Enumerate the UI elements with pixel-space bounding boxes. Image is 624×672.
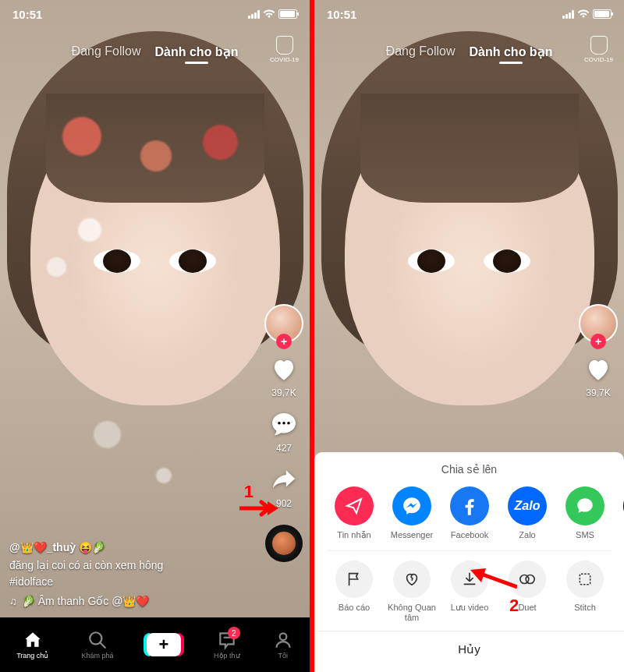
inbox-badge: 2 — [228, 627, 240, 639]
plus-icon: + — [147, 633, 181, 656]
share-label: Tin nhắn — [337, 530, 370, 540]
share-label: Lưu video — [451, 603, 489, 613]
battery-icon — [593, 9, 612, 19]
feed-tabs: Đang Follow Dành cho bạn — [0, 36, 310, 67]
facebook-icon — [450, 486, 489, 525]
share-label: Messenger — [391, 530, 433, 540]
covid-badge[interactable]: COVID-19 — [584, 36, 613, 63]
nav-me[interactable]: Tôi — [273, 630, 293, 660]
share-opt-zalo[interactable]: Zalo Zalo — [498, 486, 556, 540]
share-label: Báo cáo — [339, 603, 370, 613]
tab-following[interactable]: Đang Follow — [386, 44, 456, 58]
caption-hashtag[interactable]: #idolface — [9, 574, 247, 590]
status-indicators — [248, 9, 297, 19]
share-actions-row[interactable]: Báo cáo Không Quan tâm Lưu video Duet — [314, 561, 624, 623]
like-count: 39,7K — [586, 387, 610, 398]
search-icon — [87, 630, 108, 650]
share-opt-messenger[interactable]: Messenger — [383, 486, 441, 540]
follow-plus-icon[interactable]: + — [276, 334, 292, 349]
svg-point-1 — [282, 422, 285, 425]
annotation-number-2: 2 — [509, 596, 519, 616]
shield-icon — [590, 36, 608, 55]
messenger-icon — [392, 486, 431, 525]
like-count: 39,7K — [271, 387, 296, 398]
share-icon — [268, 465, 300, 496]
action-column: + 39,7K 427 902 — [264, 304, 303, 562]
bottom-nav: Trang chủ Khám phá + 2 Hộp thư Tôi — [0, 617, 310, 672]
sound-disc[interactable] — [265, 525, 303, 562]
screen-left: 10:51 Đang Follow Dành cho bạn COVID-19 … — [0, 0, 310, 672]
share-opt-sms[interactable]: SMS — [556, 486, 614, 540]
share-apps-row[interactable]: Tin nhắn Messenger Facebook Zalo Zalo — [314, 486, 624, 540]
svg-point-6 — [280, 633, 287, 640]
stitch-icon — [566, 561, 604, 598]
profile-icon — [273, 630, 293, 650]
covid-label: COVID-19 — [584, 56, 613, 63]
tab-following[interactable]: Đang Follow — [72, 44, 141, 58]
nav-home-label: Trang chủ — [16, 652, 48, 660]
comment-count: 427 — [276, 443, 292, 454]
like-button[interactable]: 39,7K — [268, 354, 300, 398]
annotation-arrow-2 — [470, 568, 517, 590]
screen-right: 10:51 Đang Follow Dành cho bạn COVID-19 … — [314, 0, 624, 672]
wifi-icon — [577, 9, 590, 19]
feed-tabs: Đang Follow Dành cho bạn — [314, 36, 624, 67]
nav-me-label: Tôi — [278, 652, 289, 660]
tab-foryou[interactable]: Dành cho bạn — [470, 44, 553, 59]
tab-foryou[interactable]: Dành cho bạn — [155, 44, 239, 59]
caption-sound[interactable]: ♫ 🥬 Âm thanh Gốc @👑❤️ — [9, 593, 247, 610]
svg-point-0 — [278, 422, 281, 425]
home-icon — [23, 630, 43, 650]
flag-icon — [335, 561, 373, 598]
shield-icon — [276, 36, 293, 55]
svg-point-2 — [287, 422, 290, 425]
share-opt-facebook[interactable]: Facebook — [441, 486, 498, 540]
covid-badge[interactable]: COVID-19 — [270, 36, 299, 63]
nav-discover[interactable]: Khám phá — [82, 630, 114, 660]
svg-point-8 — [526, 575, 534, 583]
comment-icon — [268, 409, 300, 440]
share-act-report[interactable]: Báo cáo — [325, 561, 383, 623]
share-act-notinterested[interactable]: Không Quan tâm — [383, 561, 441, 623]
status-time: 10:51 — [327, 8, 356, 21]
caption-text: đăng lại coi có ai còn xem hông — [9, 557, 247, 574]
share-label: Không Quan tâm — [383, 603, 441, 623]
signal-icon — [562, 10, 574, 19]
nav-discover-label: Khám phá — [82, 652, 114, 660]
share-sheet: Chia sẻ lên Tin nhắn Messenger Facebook — [314, 452, 624, 672]
status-indicators — [562, 9, 612, 19]
music-note-icon: ♫ — [9, 594, 17, 610]
nav-inbox[interactable]: 2 Hộp thư — [214, 630, 240, 660]
share-label: Zalo — [519, 530, 535, 540]
wifi-icon — [263, 9, 275, 19]
share-label: Stitch — [574, 603, 596, 613]
comment-button[interactable]: 427 — [268, 409, 300, 454]
share-opt-tinnhan[interactable]: Tin nhắn — [325, 486, 383, 540]
nav-home[interactable]: Trang chủ — [16, 630, 48, 660]
status-bar: 10:51 — [0, 0, 310, 28]
share-opt-more[interactable]: Sao Liê — [614, 486, 624, 540]
caption-username[interactable]: @👑❤️_thuỳ 😝🥬 — [9, 539, 247, 556]
share-sheet-title: Chia sẻ lên — [314, 463, 624, 476]
share-label: SMS — [576, 530, 594, 540]
status-bar: 10:51 — [314, 0, 624, 28]
share-label: Facebook — [451, 530, 488, 540]
heart-icon — [583, 354, 614, 385]
follow-plus-icon[interactable]: + — [590, 334, 606, 349]
send-icon — [335, 486, 374, 525]
sound-title: 🥬 Âm thanh Gốc @👑❤️ — [22, 593, 150, 610]
covid-label: COVID-19 — [270, 56, 299, 63]
share-act-more[interactable]: R — [614, 561, 624, 623]
share-cancel-button[interactable]: Hủy — [314, 631, 624, 663]
creator-avatar[interactable]: + — [264, 304, 303, 343]
nav-create[interactable]: + — [147, 633, 181, 656]
action-column: + 39,7K — [579, 304, 618, 398]
creator-avatar[interactable]: + — [579, 304, 618, 343]
share-act-stitch[interactable]: Stitch — [556, 561, 614, 623]
sms-icon — [566, 486, 604, 525]
annotation-number-1: 1 — [244, 482, 254, 502]
heart-broken-icon — [393, 561, 431, 598]
share-label: Duet — [518, 603, 536, 613]
like-button[interactable]: 39,7K — [583, 354, 614, 398]
caption-block: @👑❤️_thuỳ 😝🥬 đăng lại coi có ai còn xem … — [9, 539, 247, 610]
